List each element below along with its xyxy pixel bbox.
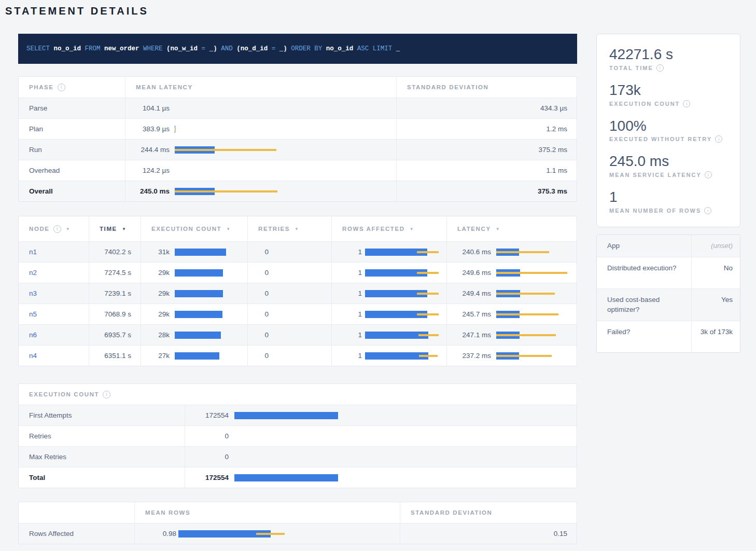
node-link[interactable]: n6	[29, 331, 37, 339]
exec-row-total: Total 172554	[19, 467, 577, 488]
latency-bar	[175, 167, 277, 174]
failed-value: 3k of 173k	[691, 321, 740, 352]
node-row-n2: n2 7274.5 s 29k 0 1 249.6 ms	[19, 262, 577, 283]
app-value: (unset)	[691, 235, 740, 257]
page-title: STATEMENT DETAILS	[5, 4, 740, 17]
latency-bar	[175, 126, 277, 133]
execution-count-column-header[interactable]: EXECUTION COUNT ▼	[151, 226, 231, 232]
latency-bar	[175, 146, 277, 154]
stat-mean-service-latency: 245.0 ms MEAN SERVICE LATENCYi	[609, 154, 727, 178]
node-link[interactable]: n4	[29, 352, 37, 360]
node-row-n5: n5 7068.9 s 29k 0 1 245.7 ms	[19, 304, 577, 324]
rows-affected-bar	[365, 352, 439, 360]
executed-without-retry-info-icon[interactable]: i	[715, 135, 722, 143]
execution-count-bar	[234, 412, 338, 419]
exec-row-first-attempts: First Attempts 172554	[19, 405, 577, 425]
phase-table-header: PHASE i MEAN LATENCY STANDARD DEVIATION	[19, 77, 577, 98]
execution-count-bar	[175, 311, 226, 318]
node-link[interactable]: n5	[29, 310, 37, 318]
mean-number-of-rows-info-icon[interactable]: i	[704, 207, 711, 214]
distributed-value: No	[691, 257, 740, 288]
execution-count-table-header: EXECUTION COUNT i	[19, 384, 577, 405]
node-column-header[interactable]: NODE i ▼	[29, 225, 71, 233]
rows-affected-bar	[365, 249, 439, 256]
std-dev-column-header: STANDARD DEVIATION	[411, 509, 492, 516]
node-stats-table: NODE i ▼ TIME ▼ EXECUTION COUNT	[18, 216, 577, 366]
latency-bar	[175, 188, 277, 195]
phase-row-overhead: Overhead 124.2 µs 1.1 ms	[19, 160, 577, 181]
retries-column-header[interactable]: RETRIES ▼	[258, 226, 300, 232]
node-info-icon[interactable]: i	[53, 225, 61, 233]
total-time-info-icon[interactable]: i	[656, 64, 664, 72]
execution-count-section-header: EXECUTION COUNT i	[29, 391, 110, 398]
latency-bar	[496, 269, 571, 277]
latency-column-header[interactable]: LATENCY ▼	[457, 226, 500, 232]
node-row-n4: n4 6351.1 s 27k 0 1 237.2 ms	[19, 345, 577, 366]
stat-total-time: 42271.6 s TOTAL TIMEi	[609, 47, 727, 72]
rows-affected-bar	[365, 332, 439, 339]
std-dev-column-header: STANDARD DEVIATION	[407, 84, 488, 90]
summary-stats-card: 42271.6 s TOTAL TIMEi 173k EXECUTION COU…	[596, 34, 740, 227]
phase-row-plan: Plan 383.9 µs 1.2 ms	[19, 118, 577, 139]
node-link[interactable]: n1	[29, 248, 37, 256]
stat-executed-without-retry: 100% EXECUTED WITHOUT RETRYi	[609, 118, 727, 143]
main-content: SELECT no_o_id FROM new_order WHERE (no_…	[18, 34, 577, 544]
phase-row-parse: Parse 104.1 µs 434.3 µs	[19, 98, 577, 118]
execution-count-bar	[175, 269, 226, 277]
latency-bar	[496, 290, 571, 297]
node-link[interactable]: n3	[29, 290, 37, 297]
detail-row-distributed: Distributed execution? No	[597, 257, 740, 288]
node-row-n1: n1 7402.2 s 31k 0 1 240.6 ms	[19, 241, 577, 262]
phase-row-run: Run 244.4 ms 375.2 ms	[19, 139, 577, 160]
latency-bar	[496, 249, 571, 256]
mean-rows-column-header: MEAN ROWS	[145, 509, 190, 516]
phase-row-overall: Overall 245.0 ms 375.3 ms	[19, 181, 577, 201]
latency-bar	[496, 352, 571, 360]
sort-caret-icon: ▼	[122, 227, 127, 231]
rows-affected-column-header[interactable]: ROWS AFFECTED ▼	[342, 226, 414, 232]
latency-bar	[496, 332, 571, 339]
time-column-header[interactable]: TIME ▼	[100, 226, 127, 232]
sql-statement-box: SELECT no_o_id FROM new_order WHERE (no_…	[18, 34, 577, 64]
sort-caret-icon: ▼	[496, 227, 501, 231]
exec-row-retries: Retries 0	[19, 425, 577, 446]
rows-affected-table-header: MEAN ROWS STANDARD DEVIATION	[19, 502, 577, 523]
stat-execution-count: 173k EXECUTION COUNTi	[609, 82, 727, 107]
phase-info-icon[interactable]: i	[58, 84, 65, 91]
stat-mean-number-of-rows: 1 MEAN NUMBER OF ROWSi	[609, 189, 727, 214]
rows-affected-table: MEAN ROWS STANDARD DEVIATION Rows Affect…	[18, 502, 577, 544]
rows-affected-row: Rows Affected 0.98 0.15	[19, 523, 577, 544]
execution-count-bar	[175, 290, 226, 297]
exec-row-max-retries: Max Retries 0	[19, 446, 577, 467]
statement-details-card: App (unset) Distributed execution? No Us…	[596, 235, 740, 353]
mean-latency-column-header: MEAN LATENCY	[136, 84, 193, 90]
detail-row-optimizer: Used cost-based optimizer? Yes	[597, 288, 740, 321]
rows-affected-bar	[365, 269, 439, 277]
rows-affected-bar	[365, 290, 439, 297]
latency-bar	[496, 311, 571, 318]
phase-latency-table: PHASE i MEAN LATENCY STANDARD DEVIATION …	[18, 76, 577, 202]
latency-bar	[175, 105, 277, 112]
sort-caret-icon: ▼	[66, 227, 71, 231]
mean-service-latency-info-icon[interactable]: i	[705, 171, 712, 178]
execution-count-bar	[175, 249, 226, 256]
detail-row-failed: Failed? 3k of 173k	[597, 321, 740, 352]
detail-row-app: App (unset)	[597, 235, 740, 257]
mean-rows-bar	[178, 530, 285, 538]
sort-caret-icon: ▼	[295, 227, 300, 231]
execution-count-info-icon[interactable]: i	[103, 391, 110, 398]
summary-sidebar: 42271.6 s TOTAL TIMEi 173k EXECUTION COU…	[596, 34, 740, 544]
execution-count-bar	[175, 332, 226, 339]
execution-count-table: EXECUTION COUNT i First Attempts 172554 …	[18, 383, 577, 488]
phase-column-header: PHASE i	[29, 84, 65, 91]
execution-count-bar	[175, 352, 226, 360]
node-row-n3: n3 7239.1 s 29k 0 1 249.4 ms	[19, 283, 577, 304]
execution-count-bar	[234, 474, 338, 481]
optimizer-value: Yes	[691, 289, 740, 321]
node-table-header: NODE i ▼ TIME ▼ EXECUTION COUNT	[19, 216, 577, 241]
sort-caret-icon: ▼	[410, 227, 415, 231]
sql-statement-text: SELECT no_o_id FROM new_order WHERE (no_…	[26, 45, 400, 52]
execution-count-info-icon[interactable]: i	[683, 100, 690, 107]
node-row-n6: n6 6935.7 s 28k 0 1 247.1 ms	[19, 324, 577, 345]
node-link[interactable]: n2	[29, 269, 37, 277]
